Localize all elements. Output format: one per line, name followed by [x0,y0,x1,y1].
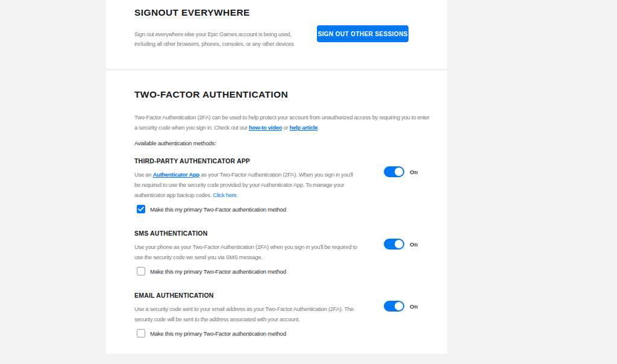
method-email-authentication: EMAIL AUTHENTICATION Use a security code… [134,291,421,337]
email-primary-checkbox[interactable] [137,329,145,337]
sms-primary-checkbox[interactable] [137,267,145,275]
two-factor-authentication-section: TWO-FACTOR AUTHENTICATION Two-Factor Aut… [106,71,447,354]
email-primary-checkbox-label: Make this my primary Two-Factor authenti… [150,330,286,337]
method-sms-authentication: SMS AUTHENTICATION Use your phone as you… [134,229,421,275]
authenticator-app-link[interactable]: Authenticator App [153,171,199,178]
third-party-desc-part-3: . [237,192,238,198]
checkmark-icon [138,207,144,212]
sms-primary-checkbox-label: Make this my primary Two-Factor authenti… [150,268,286,275]
third-party-primary-checkbox-label: Make this my primary Two-Factor authenti… [150,206,286,213]
method-third-party-authenticator: THIRD-PARTY AUTHENTICATOR APP Use an Aut… [134,157,421,213]
twofa-intro-text: Two-Factor Authentication (2FA) can be u… [134,112,430,133]
third-party-primary-checkbox-row: Make this my primary Two-Factor authenti… [137,205,359,213]
third-party-toggle[interactable] [384,166,404,177]
account-security-content: SIGNOUT EVERYWHERE Sign out everywhere e… [106,0,447,354]
click-here-link[interactable]: Click here [213,192,236,198]
signout-section-title: SIGNOUT EVERYWHERE [134,7,421,18]
sms-primary-checkbox-row: Make this my primary Two-Factor authenti… [137,267,359,275]
sms-method-description: Use your phone as your Two-Factor Authen… [134,242,359,262]
available-methods-label: Available authentication methods: [134,138,421,148]
signout-row: Sign out everywhere else your Epic Games… [134,25,421,49]
twofa-intro-part-2: or [282,124,290,131]
help-article-link[interactable]: help article [289,124,318,131]
email-primary-checkbox-row: Make this my primary Two-Factor authenti… [137,329,359,337]
email-toggle-state-label: On [410,303,421,310]
third-party-desc-part-1: Use an [134,171,153,178]
sms-toggle[interactable] [384,239,404,249]
signout-everywhere-section: SIGNOUT EVERYWHERE Sign out everywhere e… [106,0,447,69]
email-method-title: EMAIL AUTHENTICATION [134,291,359,300]
email-method-description: Use a security code sent to your email a… [134,304,359,324]
sms-toggle-state-label: On [410,241,421,248]
how-to-video-link[interactable]: how-to video [249,124,282,131]
third-party-toggle-state-label: On [410,169,421,175]
sms-method-title: SMS AUTHENTICATION [134,229,359,237]
email-toggle[interactable] [384,301,404,312]
sign-out-other-sessions-button[interactable]: SIGN OUT OTHER SESSIONS [317,25,409,42]
twofa-section-title: TWO-FACTOR AUTHENTICATION [134,89,421,100]
third-party-method-title: THIRD-PARTY AUTHENTICATOR APP [134,157,359,165]
twofa-intro-part-3: . [318,124,319,131]
signout-description: Sign out everywhere else your Epic Games… [134,30,306,49]
third-party-primary-checkbox[interactable] [137,205,145,213]
third-party-method-description: Use an Authenticator App as your Two-Fac… [134,169,359,200]
